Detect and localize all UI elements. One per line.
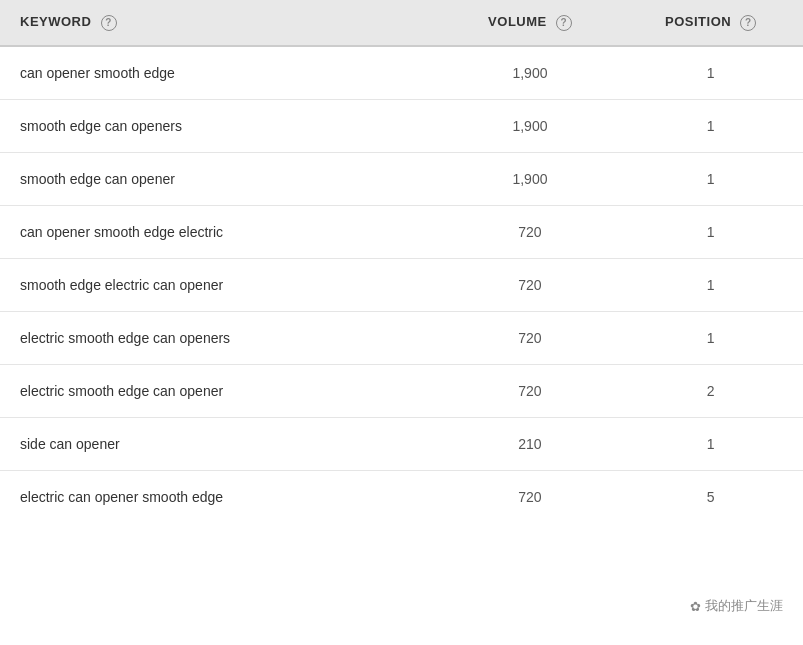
table-header-row: KEYWORD ? VOLUME ? POSITION ? [0,0,803,46]
keyword-cell: can opener smooth edge electric [0,205,442,258]
keyword-cell: side can opener [0,417,442,470]
keyword-table: KEYWORD ? VOLUME ? POSITION ? can opener… [0,0,803,523]
table-row: can opener smooth edge1,9001 [0,46,803,100]
volume-column-header: VOLUME ? [442,0,619,46]
volume-cell: 720 [442,364,619,417]
keyword-header-label: KEYWORD [20,14,91,29]
volume-cell: 720 [442,470,619,523]
table-row: can opener smooth edge electric7201 [0,205,803,258]
volume-cell: 1,900 [442,152,619,205]
position-header-label: POSITION [665,14,731,29]
keyword-cell: smooth edge can openers [0,99,442,152]
position-cell: 5 [618,470,803,523]
keyword-help-icon[interactable]: ? [101,15,117,31]
table-row: electric smooth edge can openers7201 [0,311,803,364]
volume-cell: 720 [442,205,619,258]
position-cell: 1 [618,205,803,258]
keyword-cell: smooth edge electric can opener [0,258,442,311]
position-cell: 1 [618,258,803,311]
table-row: smooth edge can opener1,9001 [0,152,803,205]
watermark: ✿ 我的推广生涯 [690,597,783,615]
keyword-cell: electric smooth edge can opener [0,364,442,417]
position-cell: 1 [618,46,803,100]
position-cell: 1 [618,99,803,152]
keyword-cell: can opener smooth edge [0,46,442,100]
table-row: side can opener2101 [0,417,803,470]
position-cell: 1 [618,152,803,205]
position-help-icon[interactable]: ? [740,15,756,31]
keyword-table-container: KEYWORD ? VOLUME ? POSITION ? can opener… [0,0,803,523]
position-cell: 1 [618,417,803,470]
volume-cell: 720 [442,311,619,364]
keyword-cell: electric can opener smooth edge [0,470,442,523]
watermark-icon: ✿ [690,599,701,614]
table-row: electric smooth edge can opener7202 [0,364,803,417]
table-row: smooth edge electric can opener7201 [0,258,803,311]
keyword-cell: smooth edge can opener [0,152,442,205]
position-column-header: POSITION ? [618,0,803,46]
volume-cell: 720 [442,258,619,311]
volume-header-label: VOLUME [488,14,547,29]
volume-help-icon[interactable]: ? [556,15,572,31]
volume-cell: 210 [442,417,619,470]
volume-cell: 1,900 [442,46,619,100]
table-row: smooth edge can openers1,9001 [0,99,803,152]
position-cell: 1 [618,311,803,364]
position-cell: 2 [618,364,803,417]
keyword-cell: electric smooth edge can openers [0,311,442,364]
table-body: can opener smooth edge1,9001smooth edge … [0,46,803,523]
watermark-text: 我的推广生涯 [705,597,783,615]
keyword-column-header: KEYWORD ? [0,0,442,46]
table-row: electric can opener smooth edge7205 [0,470,803,523]
volume-cell: 1,900 [442,99,619,152]
